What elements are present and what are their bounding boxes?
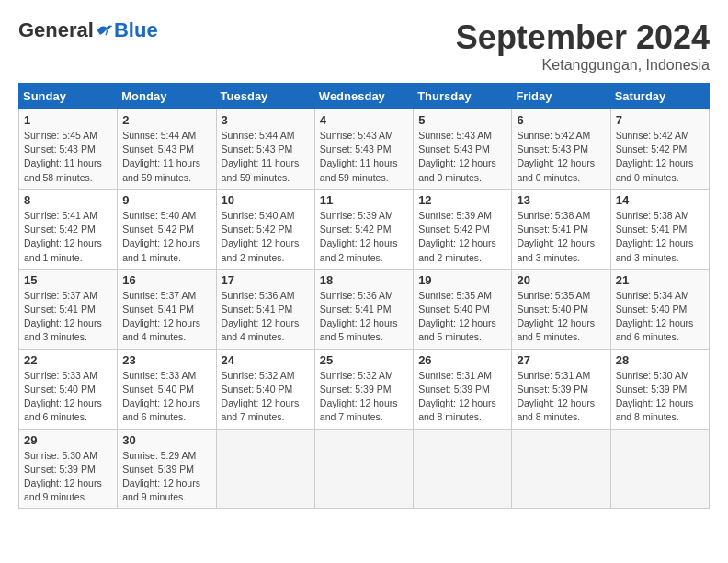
day-number: 20	[517, 273, 605, 287]
calendar-cell: 7Sunrise: 5:42 AM Sunset: 5:42 PM Daylig…	[610, 109, 709, 190]
day-info: Sunrise: 5:40 AM Sunset: 5:42 PM Dayligh…	[222, 209, 310, 265]
day-number: 2	[122, 113, 210, 127]
calendar-cell: 23Sunrise: 5:33 AM Sunset: 5:40 PM Dayli…	[118, 349, 216, 429]
day-number: 23	[122, 353, 210, 367]
calendar-cell	[512, 429, 610, 509]
day-info: Sunrise: 5:39 AM Sunset: 5:42 PM Dayligh…	[320, 209, 408, 265]
calendar-cell: 29Sunrise: 5:30 AM Sunset: 5:39 PM Dayli…	[19, 429, 118, 509]
day-info: Sunrise: 5:45 AM Sunset: 5:43 PM Dayligh…	[24, 129, 112, 185]
calendar-cell: 28Sunrise: 5:30 AM Sunset: 5:39 PM Dayli…	[610, 349, 709, 429]
day-number: 3	[222, 113, 310, 127]
day-number: 14	[616, 193, 704, 207]
day-info: Sunrise: 5:33 AM Sunset: 5:40 PM Dayligh…	[122, 369, 210, 425]
calendar-week-1: 1Sunrise: 5:45 AM Sunset: 5:43 PM Daylig…	[19, 109, 710, 190]
location-text: Ketanggungan, Indonesia	[456, 57, 710, 74]
calendar-cell: 8Sunrise: 5:41 AM Sunset: 5:42 PM Daylig…	[19, 189, 118, 269]
calendar-cell	[414, 429, 512, 509]
calendar-week-5: 29Sunrise: 5:30 AM Sunset: 5:39 PM Dayli…	[19, 429, 710, 509]
calendar-cell: 4Sunrise: 5:43 AM Sunset: 5:43 PM Daylig…	[314, 109, 413, 190]
calendar-cell: 17Sunrise: 5:36 AM Sunset: 5:41 PM Dayli…	[216, 269, 314, 349]
day-number: 1	[24, 113, 112, 127]
calendar-cell: 6Sunrise: 5:42 AM Sunset: 5:43 PM Daylig…	[512, 109, 610, 190]
logo-bird-icon	[96, 21, 114, 40]
calendar-cell: 13Sunrise: 5:38 AM Sunset: 5:41 PM Dayli…	[512, 189, 610, 269]
day-info: Sunrise: 5:44 AM Sunset: 5:43 PM Dayligh…	[222, 129, 310, 185]
calendar-cell: 19Sunrise: 5:35 AM Sunset: 5:40 PM Dayli…	[414, 269, 512, 349]
day-info: Sunrise: 5:43 AM Sunset: 5:43 PM Dayligh…	[320, 129, 408, 185]
day-info: Sunrise: 5:40 AM Sunset: 5:42 PM Dayligh…	[122, 209, 210, 265]
calendar-cell: 3Sunrise: 5:44 AM Sunset: 5:43 PM Daylig…	[216, 109, 314, 190]
calendar-cell: 1Sunrise: 5:45 AM Sunset: 5:43 PM Daylig…	[19, 109, 118, 190]
day-info: Sunrise: 5:35 AM Sunset: 5:40 PM Dayligh…	[418, 289, 506, 345]
day-number: 9	[122, 193, 210, 207]
day-number: 17	[222, 273, 310, 287]
day-number: 6	[517, 113, 605, 127]
weekday-header-friday: Friday	[512, 84, 610, 109]
calendar-cell	[314, 429, 413, 509]
day-number: 22	[24, 353, 112, 367]
calendar-week-2: 8Sunrise: 5:41 AM Sunset: 5:42 PM Daylig…	[19, 189, 710, 269]
day-info: Sunrise: 5:31 AM Sunset: 5:39 PM Dayligh…	[517, 369, 605, 425]
day-number: 10	[222, 193, 310, 207]
calendar-week-4: 22Sunrise: 5:33 AM Sunset: 5:40 PM Dayli…	[19, 349, 710, 429]
weekday-header-saturday: Saturday	[610, 84, 709, 109]
calendar-cell: 30Sunrise: 5:29 AM Sunset: 5:39 PM Dayli…	[118, 429, 216, 509]
day-info: Sunrise: 5:36 AM Sunset: 5:41 PM Dayligh…	[320, 289, 408, 345]
logo: General Blue	[18, 18, 158, 42]
logo-blue-text: Blue	[114, 18, 158, 42]
calendar-cell: 9Sunrise: 5:40 AM Sunset: 5:42 PM Daylig…	[118, 189, 216, 269]
calendar-cell: 26Sunrise: 5:31 AM Sunset: 5:39 PM Dayli…	[414, 349, 512, 429]
day-info: Sunrise: 5:30 AM Sunset: 5:39 PM Dayligh…	[616, 369, 704, 425]
page-header: General Blue September 2024 Ketanggungan…	[18, 18, 710, 74]
day-number: 13	[517, 193, 605, 207]
day-number: 28	[616, 353, 704, 367]
calendar-cell: 24Sunrise: 5:32 AM Sunset: 5:40 PM Dayli…	[216, 349, 314, 429]
day-number: 19	[418, 273, 506, 287]
day-number: 16	[122, 273, 210, 287]
day-number: 8	[24, 193, 112, 207]
calendar-cell	[216, 429, 314, 509]
day-number: 29	[24, 433, 112, 447]
weekday-header-thursday: Thursday	[414, 84, 512, 109]
day-info: Sunrise: 5:29 AM Sunset: 5:39 PM Dayligh…	[122, 449, 210, 505]
day-info: Sunrise: 5:39 AM Sunset: 5:42 PM Dayligh…	[418, 209, 506, 265]
calendar-cell: 10Sunrise: 5:40 AM Sunset: 5:42 PM Dayli…	[216, 189, 314, 269]
day-info: Sunrise: 5:38 AM Sunset: 5:41 PM Dayligh…	[517, 209, 605, 265]
calendar-cell: 2Sunrise: 5:44 AM Sunset: 5:43 PM Daylig…	[118, 109, 216, 190]
day-number: 4	[320, 113, 408, 127]
day-number: 18	[320, 273, 408, 287]
day-info: Sunrise: 5:36 AM Sunset: 5:41 PM Dayligh…	[222, 289, 310, 345]
calendar-week-3: 15Sunrise: 5:37 AM Sunset: 5:41 PM Dayli…	[19, 269, 710, 349]
calendar-cell: 20Sunrise: 5:35 AM Sunset: 5:40 PM Dayli…	[512, 269, 610, 349]
day-number: 27	[517, 353, 605, 367]
day-number: 15	[24, 273, 112, 287]
calendar-cell: 25Sunrise: 5:32 AM Sunset: 5:39 PM Dayli…	[314, 349, 413, 429]
calendar-cell: 18Sunrise: 5:36 AM Sunset: 5:41 PM Dayli…	[314, 269, 413, 349]
calendar-cell: 16Sunrise: 5:37 AM Sunset: 5:41 PM Dayli…	[118, 269, 216, 349]
day-number: 26	[418, 353, 506, 367]
calendar-cell: 21Sunrise: 5:34 AM Sunset: 5:40 PM Dayli…	[610, 269, 709, 349]
calendar-cell	[610, 429, 709, 509]
day-info: Sunrise: 5:44 AM Sunset: 5:43 PM Dayligh…	[122, 129, 210, 185]
calendar-cell: 14Sunrise: 5:38 AM Sunset: 5:41 PM Dayli…	[610, 189, 709, 269]
day-info: Sunrise: 5:32 AM Sunset: 5:40 PM Dayligh…	[222, 369, 310, 425]
logo-general-text: General	[18, 18, 94, 42]
weekday-header-sunday: Sunday	[19, 84, 118, 109]
day-number: 7	[616, 113, 704, 127]
day-number: 11	[320, 193, 408, 207]
day-number: 21	[616, 273, 704, 287]
day-info: Sunrise: 5:42 AM Sunset: 5:43 PM Dayligh…	[517, 129, 605, 185]
day-info: Sunrise: 5:33 AM Sunset: 5:40 PM Dayligh…	[24, 369, 112, 425]
calendar-cell: 22Sunrise: 5:33 AM Sunset: 5:40 PM Dayli…	[19, 349, 118, 429]
day-info: Sunrise: 5:41 AM Sunset: 5:42 PM Dayligh…	[24, 209, 112, 265]
calendar-table: SundayMondayTuesdayWednesdayThursdayFrid…	[18, 83, 710, 509]
title-block: September 2024 Ketanggungan, Indonesia	[456, 18, 710, 74]
day-info: Sunrise: 5:43 AM Sunset: 5:43 PM Dayligh…	[418, 129, 506, 185]
calendar-cell: 5Sunrise: 5:43 AM Sunset: 5:43 PM Daylig…	[414, 109, 512, 190]
day-number: 12	[418, 193, 506, 207]
day-info: Sunrise: 5:42 AM Sunset: 5:42 PM Dayligh…	[616, 129, 704, 185]
day-info: Sunrise: 5:38 AM Sunset: 5:41 PM Dayligh…	[616, 209, 704, 265]
weekday-header-wednesday: Wednesday	[314, 84, 413, 109]
calendar-cell: 11Sunrise: 5:39 AM Sunset: 5:42 PM Dayli…	[314, 189, 413, 269]
calendar-cell: 15Sunrise: 5:37 AM Sunset: 5:41 PM Dayli…	[19, 269, 118, 349]
